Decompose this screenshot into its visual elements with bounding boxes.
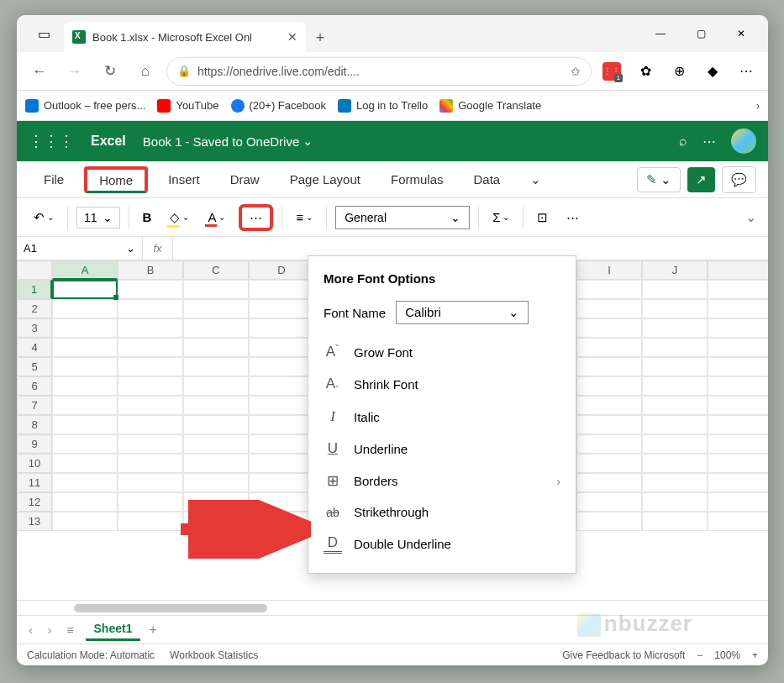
feedback-link[interactable]: Give Feedback to Microsoft: [562, 649, 685, 661]
cell-D5[interactable]: [249, 357, 314, 376]
cell-C11[interactable]: [183, 473, 249, 492]
add-sheet-button[interactable]: +: [149, 623, 156, 638]
col-header-B[interactable]: B: [118, 260, 183, 280]
cell-I3[interactable]: [576, 318, 642, 338]
editing-mode-button[interactable]: ✎⌄: [637, 167, 681, 192]
cell-J7[interactable]: [642, 396, 708, 415]
col-header-D[interactable]: D: [249, 260, 314, 280]
cell-A11[interactable]: [52, 473, 118, 492]
cell-D6[interactable]: [249, 376, 314, 396]
cell-C5[interactable]: [183, 357, 249, 376]
col-header-J[interactable]: J: [642, 260, 708, 280]
tab-formulas[interactable]: Formulas: [376, 165, 459, 193]
font-name-select[interactable]: Calibri⌄: [396, 301, 529, 324]
row-header-5[interactable]: 5: [17, 357, 52, 376]
cell-B2[interactable]: [118, 299, 183, 318]
cell-B10[interactable]: [118, 454, 183, 473]
cell-J10[interactable]: [642, 454, 708, 473]
cell-A3[interactable]: [52, 318, 118, 338]
undo-button[interactable]: ↶⌄: [29, 206, 59, 229]
share-button[interactable]: ↗: [687, 167, 715, 192]
cell-J8[interactable]: [642, 415, 708, 434]
row-header-10[interactable]: 10: [17, 454, 52, 473]
menu-double-underline[interactable]: DDouble Underline: [308, 527, 576, 561]
extension-red-icon[interactable]: ⋮⋮: [598, 58, 625, 85]
row-header-9[interactable]: 9: [17, 434, 52, 454]
tab-actions-btn[interactable]: ▭: [24, 15, 64, 52]
bookmark-facebook[interactable]: (20+) Facebook: [231, 99, 326, 113]
cell-A5[interactable]: [52, 357, 118, 376]
cell-D4[interactable]: [249, 338, 314, 357]
zoom-out-button[interactable]: −: [697, 649, 702, 661]
cell-J3[interactable]: [642, 318, 708, 338]
bold-button[interactable]: B: [138, 206, 157, 229]
autosum-button[interactable]: Σ⌄: [487, 206, 514, 229]
cell-I5[interactable]: [576, 357, 642, 376]
cell-B5[interactable]: [118, 357, 183, 376]
menu-strikethrough[interactable]: abStrikethrough: [308, 497, 576, 527]
cell-B8[interactable]: [118, 415, 183, 434]
document-name-button[interactable]: Book 1 - Saved to OneDrive ⌄: [143, 134, 313, 149]
calc-mode-label[interactable]: Calculation Mode: Automatic: [27, 649, 155, 661]
cell-C3[interactable]: [183, 318, 249, 338]
row-header-7[interactable]: 7: [17, 396, 52, 415]
row-header-6[interactable]: 6: [17, 376, 52, 396]
cell-I7[interactable]: [576, 396, 642, 415]
cell-A1[interactable]: [52, 280, 118, 299]
minimize-button[interactable]: —: [640, 15, 681, 52]
cell-D11[interactable]: [249, 473, 314, 492]
cell-A13[interactable]: [52, 512, 118, 531]
row-header-13[interactable]: 13: [17, 512, 52, 531]
cell-I8[interactable]: [576, 415, 642, 434]
cell-B11[interactable]: [118, 473, 183, 492]
cell-C10[interactable]: [183, 454, 249, 473]
number-format-select[interactable]: General⌄: [335, 206, 470, 229]
cell-I12[interactable]: [576, 492, 642, 512]
close-window-button[interactable]: ✕: [721, 15, 761, 52]
row-header-4[interactable]: 4: [17, 338, 52, 357]
home-button[interactable]: ⌂: [131, 57, 160, 86]
cell-D7[interactable]: [249, 396, 314, 415]
font-size-select[interactable]: 11⌄: [76, 207, 120, 229]
col-header-A[interactable]: A: [52, 260, 118, 280]
select-all-corner[interactable]: [17, 260, 52, 280]
cell-C6[interactable]: [183, 376, 249, 396]
extensions-icon[interactable]: ✿: [632, 58, 659, 85]
cell-C8[interactable]: [183, 415, 249, 434]
search-icon[interactable]: ⌕: [679, 134, 687, 149]
alignment-button[interactable]: ≡⌄: [291, 206, 318, 229]
cell-C9[interactable]: [183, 434, 249, 454]
cell-I13[interactable]: [576, 512, 642, 531]
tab-overflow[interactable]: ⌄: [515, 165, 556, 194]
cell-D2[interactable]: [249, 299, 314, 318]
menu-grow-font[interactable]: A˄Grow Font: [308, 336, 576, 368]
browser-tab[interactable]: Book 1.xlsx - Microsoft Excel Onl ✕: [64, 22, 306, 52]
cell-B9[interactable]: [118, 434, 183, 454]
cell-J12[interactable]: [642, 492, 708, 512]
cell-J5[interactable]: [642, 357, 708, 376]
menu-underline[interactable]: UUnderline: [308, 433, 576, 465]
cell-J1[interactable]: [642, 280, 708, 299]
cell-B6[interactable]: [118, 376, 183, 396]
bookmark-trello[interactable]: Log in to Trello: [338, 99, 428, 113]
close-tab-icon[interactable]: ✕: [287, 30, 297, 44]
extension-color-icon[interactable]: ◆: [699, 58, 726, 85]
cell-A10[interactable]: [52, 454, 118, 473]
cell-B13[interactable]: [118, 512, 183, 531]
sheet-prev-button[interactable]: ‹: [25, 622, 36, 638]
cell-I9[interactable]: [576, 434, 642, 454]
cell-A6[interactable]: [52, 376, 118, 396]
cell-A8[interactable]: [52, 415, 118, 434]
cell-I11[interactable]: [576, 473, 642, 492]
cell-D9[interactable]: [249, 434, 314, 454]
comments-button[interactable]: 💬: [722, 166, 756, 193]
user-avatar[interactable]: [731, 129, 756, 154]
tab-home[interactable]: Home: [84, 166, 148, 193]
bookmark-youtube[interactable]: YouTube: [157, 99, 218, 113]
cell-D3[interactable]: [249, 318, 314, 338]
menu-borders[interactable]: ⊞Borders›: [308, 465, 576, 497]
font-color-button[interactable]: A⌄: [203, 206, 230, 229]
cell-J6[interactable]: [642, 376, 708, 396]
tab-draw[interactable]: Draw: [215, 165, 275, 193]
cell-B3[interactable]: [118, 318, 183, 338]
